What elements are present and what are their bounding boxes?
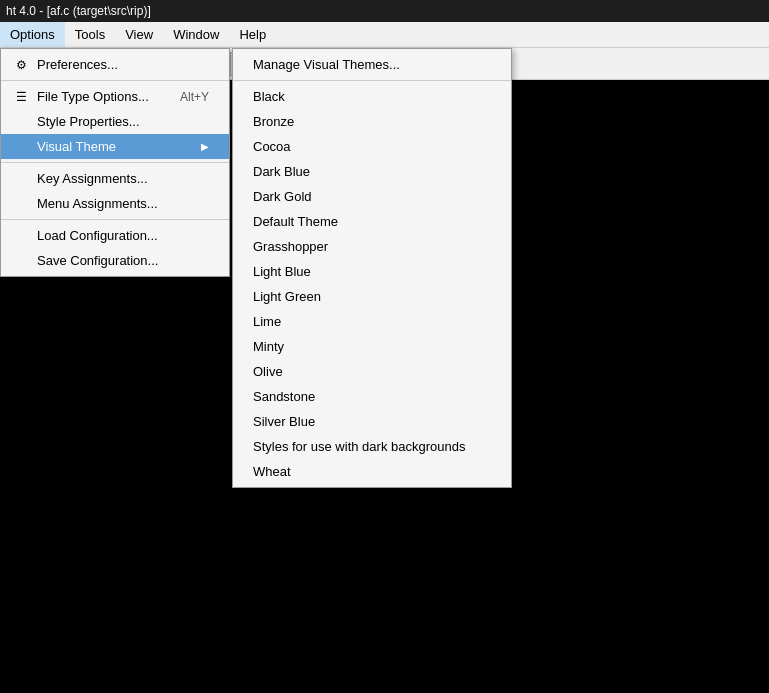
menu-options[interactable]: Options xyxy=(0,22,65,47)
visual-theme-menu: Manage Visual Themes... Black Bronze Coc… xyxy=(232,48,512,488)
menu-tools[interactable]: Tools xyxy=(65,22,115,47)
menu-item-cocoa[interactable]: Cocoa xyxy=(233,134,511,159)
menu-sep-2 xyxy=(1,162,229,163)
gear-icon: ⚙ xyxy=(11,58,31,72)
menu-item-darkblue[interactable]: Dark Blue xyxy=(233,159,511,184)
menu-item-defaulttheme[interactable]: Default Theme xyxy=(233,209,511,234)
theme-sep-1 xyxy=(233,80,511,81)
menu-item-silverblue[interactable]: Silver Blue xyxy=(233,409,511,434)
list-icon: ☰ xyxy=(11,90,31,104)
menu-item-lightgreen[interactable]: Light Green xyxy=(233,284,511,309)
menu-item-wheat[interactable]: Wheat xyxy=(233,459,511,484)
menu-item-minty[interactable]: Minty xyxy=(233,334,511,359)
menu-sep-3 xyxy=(1,219,229,220)
menu-item-manage-themes[interactable]: Manage Visual Themes... xyxy=(233,52,511,77)
menu-window[interactable]: Window xyxy=(163,22,229,47)
menu-item-keyassignments[interactable]: Key Assignments... xyxy=(1,166,229,191)
menu-item-sandstone[interactable]: Sandstone xyxy=(233,384,511,409)
menu-item-stylesfordark[interactable]: Styles for use with dark backgrounds xyxy=(233,434,511,459)
menu-item-menuassignments[interactable]: Menu Assignments... xyxy=(1,191,229,216)
menu-item-loadconfiguration[interactable]: Load Configuration... xyxy=(1,223,229,248)
menu-item-styleproperties[interactable]: Style Properties... xyxy=(1,109,229,134)
menu-item-visualtheme[interactable]: Visual Theme ▶ xyxy=(1,134,229,159)
menu-item-bronze[interactable]: Bronze xyxy=(233,109,511,134)
menu-item-black[interactable]: Black xyxy=(233,84,511,109)
menu-view[interactable]: View xyxy=(115,22,163,47)
menu-item-preferences[interactable]: ⚙ Preferences... xyxy=(1,52,229,77)
menu-item-darkgold[interactable]: Dark Gold xyxy=(233,184,511,209)
title-text: ht 4.0 - [af.c (target\src\rip)] xyxy=(6,4,151,18)
dropdown-overlay: ⚙ Preferences... ☰ File Type Options... … xyxy=(0,48,230,277)
options-menu: ⚙ Preferences... ☰ File Type Options... … xyxy=(0,48,230,277)
menu-sep-1 xyxy=(1,80,229,81)
menu-item-lightblue[interactable]: Light Blue xyxy=(233,259,511,284)
title-bar: ht 4.0 - [af.c (target\src\rip)] xyxy=(0,0,769,22)
menu-item-olive[interactable]: Olive xyxy=(233,359,511,384)
menu-item-filetypeoptions[interactable]: ☰ File Type Options... Alt+Y xyxy=(1,84,229,109)
menu-help[interactable]: Help xyxy=(229,22,276,47)
submenu-arrow-icon: ▶ xyxy=(201,141,209,152)
menu-item-lime[interactable]: Lime xyxy=(233,309,511,334)
menu-item-saveconfiguration[interactable]: Save Configuration... xyxy=(1,248,229,273)
menu-bar: Options Tools View Window Help xyxy=(0,22,769,48)
menu-item-grasshopper[interactable]: Grasshopper xyxy=(233,234,511,259)
